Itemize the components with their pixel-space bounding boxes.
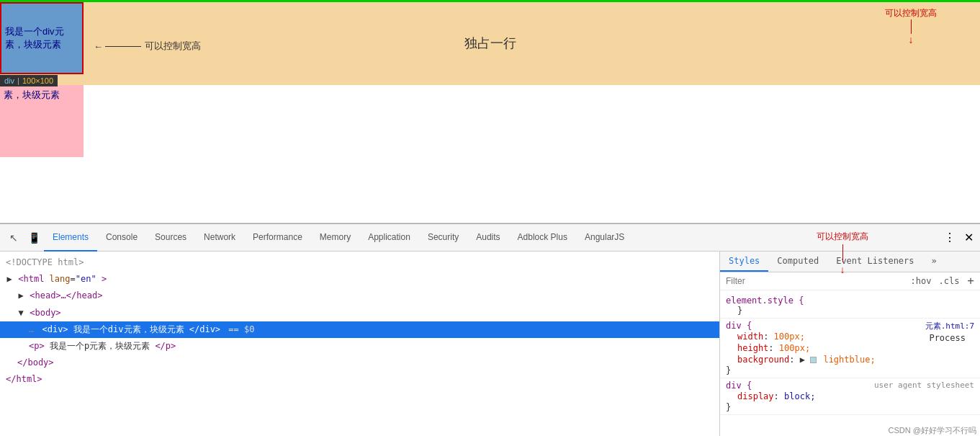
styles-content: element.style { } div { 元素.html:7 width:… [720,290,980,436]
style-prop-background: background: ▶ lightblue; [726,354,974,365]
right-annotation-line [842,244,843,262]
style-rule-div: div { 元素.html:7 width: 100px; height: 10… [720,319,980,378]
tab-audits[interactable]: Audits [467,224,508,252]
arrow-label: 可以控制宽高 [94,40,201,53]
toolbar-right: ⋮ ✕ [942,230,976,246]
more-button[interactable]: ⋮ [942,230,958,246]
process-label: Process [929,333,966,343]
annotation-arrow [911,19,912,34]
right-annotation: 可以控制宽高 ↓ [817,231,868,275]
browser-page: 独占一行 我是一个div元素，块级元素 可以控制宽高 div | 100×100… [0,0,980,223]
hov-button[interactable]: :hov [909,275,934,287]
tab-elements[interactable]: Elements [44,224,97,252]
html-line-doctype: <!DOCTYPE html> [0,254,719,271]
right-annotation-text: 可以控制宽高 [817,231,868,243]
element-tooltip: div | 100×100 [0,75,58,86]
annotation-text: 可以控制宽高 [885,7,937,19]
styles-panel: Styles Computed Event Listeners » :hov .… [720,252,980,436]
style-selector-element: element.style { [726,295,974,306]
annotation-top-right: 可以控制宽高 ↓ [885,7,937,45]
cls-button[interactable]: .cls [936,275,961,287]
styles-filter-input[interactable] [726,276,903,286]
tab-memory[interactable]: Memory [311,224,359,252]
devtools-main: <!DOCTYPE html> ▶ <html lang="en" > ▶ <h… [0,252,980,436]
style-prop-height: height: 100px; [726,342,974,354]
watermark: CSDN @好好学习不行吗 [889,425,976,436]
tab-application[interactable]: Application [359,224,419,252]
tab-console[interactable]: Console [97,224,146,252]
style-selector-ua: div { user agent stylesheet [726,381,974,391]
html-line-head: ▶ <head>…</head> [0,288,719,304]
html-line-div[interactable]: … <div> 我是一个div元素，块级元素 </div> == $0 [0,321,719,338]
tab-adblock[interactable]: Adblock Plus [509,224,576,252]
html-line-body-open: ▼ <body> [0,305,719,321]
html-panel: <!DOCTYPE html> ▶ <html lang="en" > ▶ <h… [0,252,720,436]
color-arrow[interactable]: ▶ [800,355,805,365]
styles-more-button[interactable]: » [926,252,943,272]
device-mode-button[interactable]: 📱 [24,228,44,248]
pink-box-text: 素，块级元素 [4,89,80,102]
tab-security[interactable]: Security [419,224,467,252]
html-line-p: <p> 我是一个p元素，块级元素 </p> [0,338,719,355]
blue-box-text: 我是一个div元素，块级元素 [5,25,78,51]
style-source-ua: user agent stylesheet [874,381,974,390]
arrow-label-text: 可以控制宽高 [145,40,201,53]
orange-center-text: 独占一行 [464,35,516,52]
blue-box: 我是一个div元素，块级元素 [0,2,84,74]
add-style-button[interactable]: + [967,275,974,287]
close-devtools-button[interactable]: ✕ [961,230,976,246]
style-rule-ua: div { user agent stylesheet display: blo… [720,378,980,415]
style-source-element[interactable]: 元素.html:7 [925,321,974,332]
tooltip-tag: div [4,76,14,85]
pseudo-buttons: :hov .cls [909,275,962,287]
style-prop-display: display: block; [726,391,974,402]
pink-box: 素，块级元素 [0,85,84,157]
html-line-body-close: </body> [0,355,719,371]
tab-performance[interactable]: Performance [244,224,311,252]
style-rule-element: element.style { } [720,293,980,319]
tab-network[interactable]: Network [195,224,244,252]
right-annotation-arrow: ↓ [817,264,868,275]
tab-sources[interactable]: Sources [146,224,195,252]
html-line-html-close: </html> [0,371,719,388]
tab-styles[interactable]: Styles [720,252,768,272]
inspect-element-button[interactable]: ↖ [4,228,24,248]
tooltip-size: 100×100 [22,76,53,85]
arrow-icon [94,41,105,52]
style-selector-div: div { 元素.html:7 [726,321,974,331]
html-line-html: ▶ <html lang="en" > [0,271,719,288]
color-swatch[interactable] [810,357,817,363]
tab-angularjs[interactable]: AngularJS [576,224,633,252]
